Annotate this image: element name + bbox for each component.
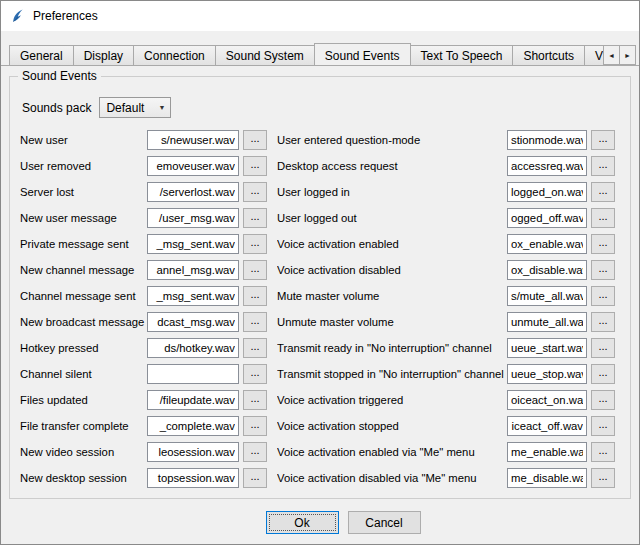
sound-file-input-voice-activation-stopped[interactable] [507, 416, 587, 436]
sound-events-group: Sound Events Sounds pack Default ▼ New u… [9, 76, 631, 499]
sound-event-row-channel-message-sent: Channel message sent... [20, 286, 267, 306]
sound-file-input-unmute-master-volume[interactable] [507, 312, 587, 332]
tab-connection[interactable]: Connection [133, 45, 216, 65]
sound-file-input-new-user-message[interactable] [147, 208, 239, 228]
sound-event-label: Channel message sent [20, 290, 147, 302]
browse-button-unmute-master-volume[interactable]: ... [591, 312, 615, 332]
sound-file-input-voice-activation-triggered[interactable] [507, 390, 587, 410]
browse-button-voice-activation-stopped[interactable]: ... [591, 416, 615, 436]
sound-file-input-voice-activation-enabled-via-me-menu[interactable] [507, 442, 587, 462]
sound-event-row-voice-activation-stopped: Voice activation stopped... [277, 416, 615, 436]
sound-file-input-user-removed[interactable] [147, 156, 239, 176]
browse-button-voice-activation-triggered[interactable]: ... [591, 390, 615, 410]
sound-event-row-voice-activation-disabled-via-me-menu: Voice activation disabled via "Me" menu.… [277, 468, 615, 488]
browse-button-private-message-sent[interactable]: ... [243, 234, 267, 254]
browse-button-new-desktop-session[interactable]: ... [243, 468, 267, 488]
sound-file-input-new-channel-message[interactable] [147, 260, 239, 280]
sound-event-label: File transfer complete [20, 420, 147, 432]
sound-file-input-voice-activation-enabled[interactable] [507, 234, 587, 254]
sound-event-label: Unmute master volume [277, 316, 507, 328]
browse-button-desktop-access-request[interactable]: ... [591, 156, 615, 176]
ok-button[interactable]: Ok [266, 511, 339, 534]
sound-event-label: Transmit stopped in "No interruption" ch… [277, 368, 507, 380]
browse-button-transmit-ready-in-no-interruption-channel[interactable]: ... [591, 338, 615, 358]
sound-file-input-desktop-access-request[interactable] [507, 156, 587, 176]
browse-button-server-lost[interactable]: ... [243, 182, 267, 202]
sound-event-row-unmute-master-volume: Unmute master volume... [277, 312, 615, 332]
sound-event-row-private-message-sent: Private message sent... [20, 234, 267, 254]
browse-button-voice-activation-disabled-via-me-menu[interactable]: ... [591, 468, 615, 488]
browse-button-user-logged-in[interactable]: ... [591, 182, 615, 202]
tab-text-to-speech[interactable]: Text To Speech [410, 45, 514, 65]
sound-event-label: Voice activation enabled via "Me" menu [277, 446, 507, 458]
browse-button-new-channel-message[interactable]: ... [243, 260, 267, 280]
title-bar[interactable]: Preferences [1, 1, 639, 31]
sound-file-input-hotkey-pressed[interactable] [147, 338, 239, 358]
sound-file-input-transmit-ready-in-no-interruption-channel[interactable] [507, 338, 587, 358]
sound-file-input-channel-silent[interactable] [147, 364, 239, 384]
sound-event-label: Voice activation disabled via "Me" menu [277, 472, 507, 484]
tab-scroll-right-button[interactable]: ► [619, 45, 636, 65]
sound-event-row-user-logged-out: User logged out... [277, 208, 615, 228]
browse-button-user-logged-out[interactable]: ... [591, 208, 615, 228]
sound-event-label: Voice activation disabled [277, 264, 507, 276]
browse-button-voice-activation-enabled-via-me-menu[interactable]: ... [591, 442, 615, 462]
tab-sound-events[interactable]: Sound Events [314, 43, 411, 65]
browse-button-new-user-message[interactable]: ... [243, 208, 267, 228]
tab-scroll-left-button[interactable]: ◄ [603, 45, 620, 65]
dialog-footer: Ok Cancel [1, 499, 639, 545]
tab-sound-system[interactable]: Sound System [215, 45, 315, 65]
tab-scroller: ◄ ► [604, 45, 636, 65]
sound-file-input-user-logged-out[interactable] [507, 208, 587, 228]
sound-file-input-file-transfer-complete[interactable] [147, 416, 239, 436]
sound-event-row-channel-silent: Channel silent... [20, 364, 267, 384]
sound-file-input-new-desktop-session[interactable] [147, 468, 239, 488]
tab-list: GeneralDisplayConnectionSound SystemSoun… [9, 43, 609, 65]
sound-event-row-voice-activation-enabled: Voice activation enabled... [277, 234, 615, 254]
browse-button-user-removed[interactable]: ... [243, 156, 267, 176]
browse-button-mute-master-volume[interactable]: ... [591, 286, 615, 306]
chevron-down-icon: ▼ [158, 104, 165, 111]
sound-event-label: New broadcast message [20, 316, 147, 328]
sound-file-input-user-entered-question-mode[interactable] [507, 130, 587, 150]
tab-general[interactable]: General [9, 45, 74, 65]
browse-button-hotkey-pressed[interactable]: ... [243, 338, 267, 358]
browse-button-new-video-session[interactable]: ... [243, 442, 267, 462]
browse-button-files-updated[interactable]: ... [243, 390, 267, 410]
sound-file-input-voice-activation-disabled-via-me-menu[interactable] [507, 468, 587, 488]
browse-button-voice-activation-enabled[interactable]: ... [591, 234, 615, 254]
sound-file-input-channel-message-sent[interactable] [147, 286, 239, 306]
sound-file-input-new-video-session[interactable] [147, 442, 239, 462]
sound-file-input-new-broadcast-message[interactable] [147, 312, 239, 332]
browse-button-channel-silent[interactable]: ... [243, 364, 267, 384]
browse-button-channel-message-sent[interactable]: ... [243, 286, 267, 306]
tab-display[interactable]: Display [73, 45, 134, 65]
sound-file-input-transmit-stopped-in-no-interruption-channel[interactable] [507, 364, 587, 384]
sounds-pack-select[interactable]: Default ▼ [99, 97, 171, 118]
cancel-button[interactable]: Cancel [348, 511, 421, 534]
sound-event-label: Voice activation triggered [277, 394, 507, 406]
browse-button-new-broadcast-message[interactable]: ... [243, 312, 267, 332]
events-column-left: New user...User removed...Server lost...… [20, 130, 267, 494]
browse-button-new-user[interactable]: ... [243, 130, 267, 150]
sound-event-label: Transmit ready in "No interruption" chan… [277, 342, 507, 354]
sound-file-input-user-logged-in[interactable] [507, 182, 587, 202]
sound-event-row-voice-activation-disabled: Voice activation disabled... [277, 260, 615, 280]
browse-button-file-transfer-complete[interactable]: ... [243, 416, 267, 436]
browse-button-user-entered-question-mode[interactable]: ... [591, 130, 615, 150]
sound-file-input-mute-master-volume[interactable] [507, 286, 587, 306]
preferences-window: Preferences GeneralDisplayConnectionSoun… [0, 0, 640, 545]
tab-shortcuts[interactable]: Shortcuts [512, 45, 585, 65]
sound-file-input-voice-activation-disabled[interactable] [507, 260, 587, 280]
sound-event-row-voice-activation-enabled-via-me-menu: Voice activation enabled via "Me" menu..… [277, 442, 615, 462]
sound-file-input-new-user[interactable] [147, 130, 239, 150]
sound-event-row-new-user-message: New user message... [20, 208, 267, 228]
sound-file-input-server-lost[interactable] [147, 182, 239, 202]
sound-file-input-private-message-sent[interactable] [147, 234, 239, 254]
sound-event-row-new-desktop-session: New desktop session... [20, 468, 267, 488]
sounds-pack-label: Sounds pack [22, 101, 91, 115]
browse-button-voice-activation-disabled[interactable]: ... [591, 260, 615, 280]
sound-file-input-files-updated[interactable] [147, 390, 239, 410]
browse-button-transmit-stopped-in-no-interruption-channel[interactable]: ... [591, 364, 615, 384]
sound-event-row-hotkey-pressed: Hotkey pressed... [20, 338, 267, 358]
